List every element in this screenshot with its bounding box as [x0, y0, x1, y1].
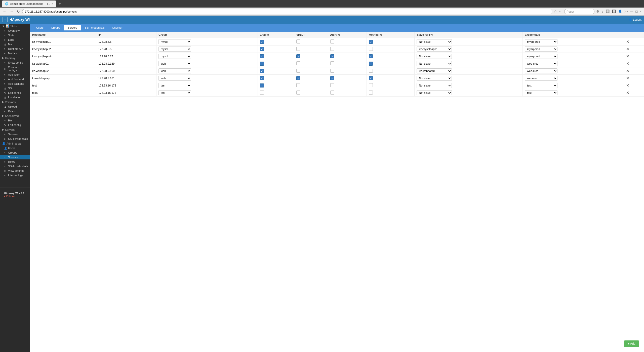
ext-icon-5[interactable]: 👤	[617, 9, 623, 14]
enable-cell[interactable]: ✓	[258, 38, 294, 46]
menu-icon[interactable]: ⋯	[558, 9, 563, 14]
sidebar-item-edit-config[interactable]: ✎ Edit config	[0, 91, 30, 95]
delete-cell[interactable]: ✕	[624, 82, 644, 89]
sidebar-item-groups[interactable]: ≡ Groups	[0, 150, 30, 155]
alert-cell[interactable]	[328, 82, 367, 89]
virt-cell[interactable]	[294, 82, 328, 89]
delete-row-button[interactable]: ✕	[626, 76, 629, 80]
checkbox[interactable]: ✓	[330, 54, 334, 58]
sidebar-item-add-listen[interactable]: × Add listen	[0, 72, 30, 77]
sidebar-item-edit-config-ka[interactable]: ✎ Edit config	[0, 123, 30, 127]
virt-cell[interactable]: ✓	[294, 75, 328, 82]
checkbox[interactable]	[330, 61, 334, 65]
ext-icon-3[interactable]: 🔲	[605, 9, 610, 14]
enable-cell[interactable]: ✓	[258, 46, 294, 53]
sidebar-item-runtime-api[interactable]: × Runtime API	[0, 47, 30, 51]
checkbox[interactable]	[296, 83, 300, 87]
browser-tab[interactable]: 🌐 Admin area: users manage - H... ×	[2, 1, 56, 7]
credentials-cell[interactable]: test	[523, 89, 624, 97]
checkbox[interactable]: ✓	[296, 54, 300, 58]
checkbox[interactable]: ✓	[260, 47, 264, 51]
sidebar-item-ssh-credentials[interactable]: ≡ SSH credentials	[0, 164, 30, 168]
window-minimize[interactable]: —	[629, 9, 634, 14]
sidebar-item-logs[interactable]: ≡ Logs	[0, 37, 30, 42]
checkbox[interactable]	[296, 91, 300, 95]
checkbox[interactable]	[296, 69, 300, 73]
delete-cell[interactable]: ✕	[624, 60, 644, 67]
tab-servers[interactable]: Servers	[64, 25, 81, 30]
sidebar-item-users[interactable]: 👤 Users	[0, 146, 30, 150]
metrics-cell[interactable]	[367, 67, 415, 75]
checkbox[interactable]: ✓	[260, 40, 264, 44]
slave-for-cell[interactable]: Not slave	[415, 53, 523, 60]
checkbox[interactable]	[296, 61, 300, 65]
alert-cell[interactable]	[328, 60, 367, 67]
enable-cell[interactable]: ✓	[258, 82, 294, 89]
slave-select-select[interactable]: Not slave	[417, 54, 452, 59]
sidebar-section-haproxy[interactable]: ▶ Haproxy	[0, 56, 30, 60]
slave-select-select[interactable]: kz-webhap01	[417, 68, 452, 73]
checkbox[interactable]: ✓	[369, 62, 373, 66]
enable-cell[interactable]	[258, 89, 294, 97]
alert-cell[interactable]	[328, 46, 367, 53]
alert-cell[interactable]: ✓	[328, 75, 367, 82]
slave-for-cell[interactable]: Not slave	[415, 75, 523, 82]
ext-icon-1[interactable]: ⚙	[595, 9, 600, 14]
sidebar-item-compare-configs[interactable]: ◎ Compare configs	[0, 65, 30, 72]
group-select-select[interactable]: web	[158, 76, 191, 81]
window-close[interactable]: ×	[639, 9, 642, 14]
checkbox[interactable]: ✓	[369, 76, 373, 80]
sidebar-section-stats[interactable]: ▼ 📊 Stats	[0, 24, 30, 28]
sidebar-item-upload[interactable]: ▲ Upload	[0, 104, 30, 109]
refresh-button[interactable]: ↻	[16, 9, 21, 14]
sidebar-item-overview[interactable]: ○ Overview	[0, 28, 30, 33]
sidebar-item-roles[interactable]: ≡ Roles	[0, 159, 30, 164]
virt-cell[interactable]	[294, 89, 328, 97]
browser-search[interactable]	[564, 9, 594, 14]
metrics-cell[interactable]	[367, 46, 415, 53]
group-select-select[interactable]: web	[158, 68, 191, 73]
group-cell[interactable]: web	[156, 60, 258, 67]
sidebar-item-ssl[interactable]: ◎ SSL	[0, 86, 30, 91]
group-select-select[interactable]: mysql	[158, 47, 191, 52]
slave-select-select[interactable]: Not slave	[417, 90, 452, 95]
credentials-cell[interactable]: mysq-cred	[523, 38, 624, 46]
group-cell[interactable]: test	[156, 82, 258, 89]
checkbox[interactable]	[260, 91, 264, 95]
sidebar-item-internal-logs[interactable]: ≡ Internal logs	[0, 173, 30, 178]
checkbox[interactable]: ✓	[260, 62, 264, 66]
metrics-cell[interactable]: ✓	[367, 75, 415, 82]
checkbox[interactable]: ✓	[260, 54, 264, 58]
sidebar-section-servers[interactable]: ▶ Servers	[0, 127, 30, 132]
credentials-cell[interactable]: web-cred	[523, 67, 624, 75]
ext-icon-6[interactable]: ≫	[624, 9, 629, 14]
virt-cell[interactable]	[294, 38, 328, 46]
alert-cell[interactable]: ✓	[328, 53, 367, 60]
delete-cell[interactable]: ✕	[624, 67, 644, 75]
slave-select-select[interactable]: Not slave	[417, 83, 452, 88]
enable-cell[interactable]: ✓	[258, 60, 294, 67]
slave-select-select[interactable]: Not slave	[417, 61, 452, 66]
enable-cell[interactable]: ✓	[258, 53, 294, 60]
add-server-button[interactable]: + Add	[624, 340, 639, 347]
group-cell[interactable]: web	[156, 75, 258, 82]
checkbox[interactable]: ✓	[330, 76, 334, 80]
delete-row-button[interactable]: ✕	[626, 40, 629, 44]
sidebar-item-map[interactable]: ◎ Map	[0, 42, 30, 47]
sidebar-item-add-frontend[interactable]: × Add frontend	[0, 77, 30, 81]
checkbox[interactable]	[369, 69, 373, 73]
cred-select-select[interactable]: mysq-cred	[525, 54, 557, 59]
cred-select-select[interactable]: test	[525, 90, 557, 95]
credentials-cell[interactable]: mysq-cred	[523, 46, 624, 53]
sidebar-item-add-backend[interactable]: × Add backend	[0, 81, 30, 86]
metrics-cell[interactable]	[367, 82, 415, 89]
group-cell[interactable]: mysql	[156, 46, 258, 53]
cred-select-select[interactable]: web-cred	[525, 76, 557, 81]
checkbox[interactable]	[369, 91, 373, 95]
alert-cell[interactable]	[328, 38, 367, 46]
delete-cell[interactable]: ✕	[624, 53, 644, 60]
sidebar-item-metrics[interactable]: ≡ Metrics	[0, 51, 30, 56]
group-cell[interactable]: web	[156, 67, 258, 75]
sidebar-item-servers-sub[interactable]: ≡ Servers	[0, 132, 30, 137]
checkbox[interactable]	[330, 83, 334, 87]
